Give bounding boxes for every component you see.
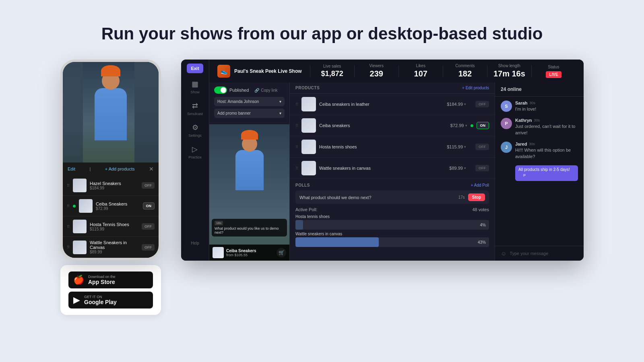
- desktop-toggle-off-3[interactable]: OFF: [475, 144, 489, 150]
- phone-toggle-off-4[interactable]: OFF: [142, 244, 155, 251]
- exit-button[interactable]: Exit: [187, 64, 203, 73]
- desktop-product-price-2: $72.99 ▾: [450, 123, 467, 128]
- video-chat-bubble: 18s What product would you like us to de…: [212, 219, 287, 237]
- desktop-app: Exit ▦ Show ⇄ Simulcast ⚙ Settings ▷ Pra…: [181, 60, 584, 261]
- chat-emoji-icon[interactable]: ☺: [501, 250, 506, 257]
- viewers-value: 239: [355, 69, 398, 78]
- online-count-bar: 24 online: [495, 82, 584, 97]
- product-drag-icon-3: ⠿: [295, 145, 298, 149]
- chat-username-2: Kathryn: [515, 118, 532, 123]
- sidebar-item-practice[interactable]: ▷ Practice: [188, 145, 202, 159]
- desktop-product-name-3: Hosta tennis shoes: [319, 144, 444, 149]
- chat-input-field[interactable]: Type your message: [510, 251, 548, 256]
- phone-product-image-2: [79, 199, 93, 213]
- chat-message-body-2: Kathryn 30s Just ordered, can't wait for…: [515, 118, 578, 136]
- desktop-toggle-on-2[interactable]: ON: [477, 122, 489, 129]
- google-label: Google Play: [84, 299, 117, 305]
- simulcast-icon: ⇄: [192, 101, 198, 110]
- phone-toggle-on-2[interactable]: ON: [143, 202, 155, 210]
- host-label: Host: Amanda Johnson: [217, 99, 259, 104]
- likes-value: 107: [399, 69, 443, 78]
- stop-poll-button[interactable]: Stop: [468, 193, 485, 201]
- video-chat-time: 18s: [215, 221, 223, 225]
- add-to-cart-icon[interactable]: 🛒: [277, 248, 286, 257]
- poll-bar-fill-1: [295, 220, 303, 230]
- desktop-content-row: Published 🔗 Copy link Host: Amanda Johns…: [209, 82, 584, 261]
- copy-link-button[interactable]: 🔗 Copy link: [254, 88, 277, 93]
- desktop-product-image-3: [301, 140, 316, 154]
- chat-message-text-2: Just ordered, can't wait for it to arriv…: [515, 123, 578, 136]
- show-icon: ▦: [192, 80, 198, 88]
- desktop-toggle-off-1[interactable]: OFF: [475, 101, 489, 107]
- phone-product-name-1: Hazel Sneakers: [90, 181, 138, 186]
- copy-link-label: Copy link: [261, 88, 277, 93]
- active-poll-row: What product should we demo next? 17s St…: [295, 191, 489, 204]
- sidebar-item-settings[interactable]: ⚙ Settings: [188, 123, 202, 138]
- desktop-toggle-off-4[interactable]: OFF: [475, 165, 489, 171]
- video-product-name: Ceiba Sneakers: [226, 249, 274, 253]
- phone-product-info-2: Ceiba Sneakers $72.99: [96, 202, 140, 211]
- product-price-chevron-3: ▾: [464, 145, 466, 149]
- poll-option-label-1: Hosta tennis shoes: [295, 214, 489, 219]
- drag-icon-2: ⠿: [67, 204, 70, 208]
- chat-message-header-2: Kathryn 30s: [515, 118, 578, 123]
- phone-edit-link[interactable]: Edit: [68, 167, 75, 171]
- phone-add-products-link[interactable]: + Add products: [105, 167, 135, 171]
- drag-icon-1: ⠿: [67, 183, 70, 188]
- apple-icon: 🍎: [73, 275, 84, 285]
- appstore-label: App Store: [88, 279, 116, 285]
- phone-toggle-off-1[interactable]: OFF: [142, 182, 155, 189]
- promo-banner-dropdown[interactable]: Add promo banner ▾: [214, 109, 285, 118]
- phone-list-header: Edit | + Add products ✕: [63, 162, 159, 175]
- desktop-product-price-4: $89.99 ▾: [449, 166, 466, 171]
- chat-message-1: S Sarah 30s I'm in love!: [501, 101, 578, 112]
- viewers-label: Viewers: [355, 64, 398, 68]
- chat-input-area: ☺ Type your message: [495, 246, 584, 261]
- show-controls: Published 🔗 Copy link Host: Amanda Johns…: [209, 82, 289, 124]
- google-play-icon: ▶: [73, 295, 80, 305]
- drag-icon-4: ⠿: [67, 245, 70, 249]
- published-toggle[interactable]: [214, 86, 227, 94]
- sidebar-item-help[interactable]: Help: [191, 241, 199, 245]
- poll-bar-option-1: Hosta tennis shoes 4%: [295, 214, 489, 230]
- desktop-sidebar: Exit ▦ Show ⇄ Simulcast ⚙ Settings ▷ Pra…: [181, 60, 209, 261]
- desktop-product-row-3: ⠿ Hosta tennis shoes $115.99 ▾ OFF: [290, 136, 495, 158]
- stat-status: Status LIVE: [532, 65, 576, 78]
- appstore-badge[interactable]: 🍎 Download on the App Store: [68, 272, 153, 288]
- show-length-value: 17m 16s: [487, 69, 531, 78]
- sidebar-show-label: Show: [190, 90, 200, 94]
- polls-header: POLLS + Add Poll: [295, 183, 489, 187]
- product-price-chevron-4: ▾: [464, 166, 466, 170]
- edit-products-link[interactable]: + Edit products: [462, 86, 489, 90]
- poll-timer: 17s: [458, 195, 465, 200]
- video-thumbnail-area: 18s What product would you like us to de…: [209, 124, 289, 261]
- host-dropdown[interactable]: Host: Amanda Johnson ▾: [214, 97, 285, 106]
- phone-product-price-2: $72.99: [96, 206, 140, 211]
- sidebar-item-show[interactable]: ▦ Show: [190, 80, 200, 94]
- poll-bar-pct-2: 43%: [478, 240, 486, 245]
- chat-messages-area: S Sarah 30s I'm in love! P: [495, 97, 584, 246]
- phone-toggle-off-3[interactable]: OFF: [142, 223, 155, 230]
- promo-label: Add promo banner: [217, 111, 251, 115]
- stat-live-sales: Live sales $1,872: [310, 64, 354, 78]
- chat-message-text-1: I'm in love!: [515, 106, 536, 112]
- practice-icon: ▷: [192, 145, 198, 154]
- add-poll-link[interactable]: + Add Poll: [471, 183, 489, 187]
- product-price-chevron-2: ▾: [465, 123, 467, 128]
- video-product-image: [213, 247, 224, 258]
- desktop-product-price-1: $184.99 ▾: [447, 102, 466, 107]
- sidebar-item-simulcast[interactable]: ⇄ Simulcast: [187, 101, 203, 116]
- host-reply-avatar: P: [521, 172, 528, 179]
- drag-icon-3: ⠿: [67, 224, 70, 229]
- chat-message-body-3: Jared 30s Hi!!! When will this option be…: [515, 142, 578, 160]
- poll-bar-option-2: Wattle sneakers in canvas 43%: [295, 232, 489, 247]
- poll-bar-track-1: 4%: [295, 220, 489, 230]
- poll-question: What product should we demo next?: [299, 195, 455, 200]
- phone-product-info-1: Hazel Sneakers $184.99: [90, 181, 138, 190]
- video-product-bar: Ceiba Sneakers from $105.55 🛒: [209, 245, 289, 261]
- published-label: Published: [229, 88, 249, 93]
- phone-close-button[interactable]: ✕: [149, 166, 154, 172]
- stat-viewers: Viewers 239: [355, 64, 398, 78]
- google-play-badge[interactable]: ▶ GET IT ON Google Play: [68, 292, 153, 309]
- phone-product-item-2: ⠿ Ceiba Sneakers $72.99 ON: [63, 196, 159, 216]
